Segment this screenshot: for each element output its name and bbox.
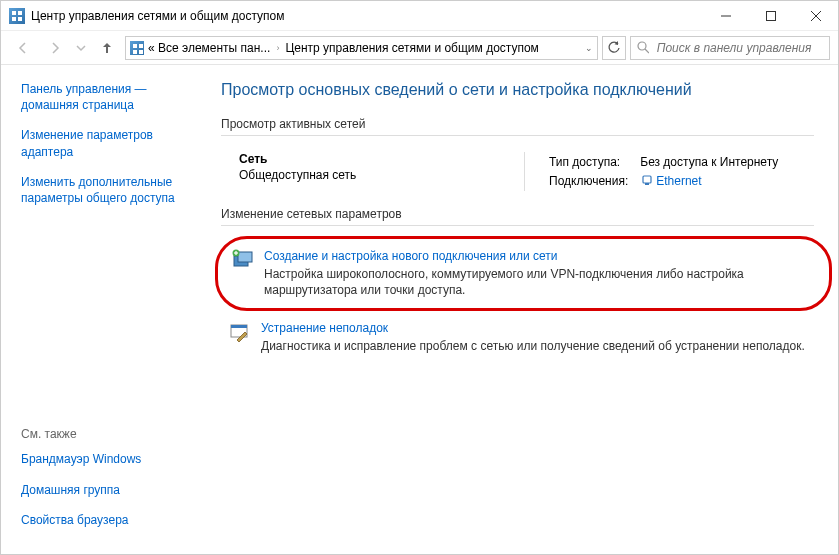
option-desc: Настройка широкополосного, коммутируемог…: [264, 266, 809, 298]
minimize-button[interactable]: [703, 1, 748, 30]
see-also-label: См. также: [21, 427, 193, 441]
titlebar: Центр управления сетями и общим доступом: [1, 1, 838, 31]
svg-rect-7: [645, 183, 649, 185]
highlight-annotation: Создание и настройка нового подключения …: [215, 236, 832, 311]
sidebar-link-sharing[interactable]: Изменить дополнительные параметры общего…: [21, 174, 193, 206]
option-title: Устранение неполадок: [261, 321, 805, 335]
svg-rect-6: [643, 176, 651, 183]
breadcrumb-item[interactable]: « Все элементы пан...: [148, 41, 270, 55]
change-settings-label: Изменение сетевых параметров: [221, 207, 814, 221]
sidebar-link-adapter[interactable]: Изменение параметров адаптера: [21, 127, 193, 159]
sidebar-link-browser[interactable]: Свойства браузера: [21, 512, 193, 528]
svg-rect-9: [238, 252, 252, 262]
network-name: Сеть: [239, 152, 524, 166]
breadcrumb-sep: ›: [276, 43, 279, 53]
address-bar[interactable]: « Все элементы пан... › Центр управления…: [125, 36, 598, 60]
option-title: Создание и настройка нового подключения …: [264, 249, 809, 263]
svg-rect-14: [231, 325, 247, 328]
search-input[interactable]: [655, 40, 823, 56]
breadcrumb-item[interactable]: Центр управления сетями и общим доступом: [285, 41, 539, 55]
network-details: Тип доступа: Без доступа к Интернету Под…: [524, 152, 790, 191]
main-panel: Просмотр основных сведений о сети и наст…: [201, 65, 838, 554]
search-icon: [637, 41, 649, 54]
network-type: Общедоступная сеть: [239, 168, 524, 182]
back-button[interactable]: [9, 35, 37, 61]
chevron-down-icon[interactable]: ⌄: [585, 43, 593, 53]
content: Панель управления — домашняя страница Из…: [1, 65, 838, 554]
network-row: Сеть Общедоступная сеть Тип доступа: Без…: [221, 146, 814, 207]
window-controls: [703, 1, 838, 30]
address-icon: [130, 41, 144, 55]
option-desc: Диагностика и исправление проблем с сеть…: [261, 338, 805, 354]
sidebar-link-homegroup[interactable]: Домашняя группа: [21, 482, 193, 498]
sidebar-link-home[interactable]: Панель управления — домашняя страница: [21, 81, 193, 113]
connections-label: Подключения:: [549, 172, 638, 189]
up-button[interactable]: [93, 35, 121, 61]
connection-name: Ethernet: [656, 174, 701, 188]
search-box[interactable]: [630, 36, 830, 60]
access-type-label: Тип доступа:: [549, 154, 638, 170]
recent-dropdown[interactable]: [73, 35, 89, 61]
sidebar: Панель управления — домашняя страница Из…: [1, 65, 201, 554]
access-type-value: Без доступа к Интернету: [640, 154, 788, 170]
new-connection-icon: [232, 249, 254, 271]
app-icon: [9, 8, 25, 24]
window-title: Центр управления сетями и общим доступом: [31, 9, 285, 23]
option-new-connection[interactable]: Создание и настройка нового подключения …: [224, 243, 811, 304]
sidebar-link-firewall[interactable]: Брандмауэр Windows: [21, 451, 193, 467]
svg-point-4: [638, 42, 646, 50]
active-networks-label: Просмотр активных сетей: [221, 117, 814, 131]
divider: [221, 225, 814, 226]
maximize-button[interactable]: [748, 1, 793, 30]
refresh-button[interactable]: [602, 36, 626, 60]
svg-line-5: [645, 49, 649, 53]
divider: [221, 135, 814, 136]
connection-link[interactable]: Ethernet: [640, 174, 701, 188]
close-button[interactable]: [793, 1, 838, 30]
network-identity: Сеть Общедоступная сеть: [239, 152, 524, 191]
troubleshoot-icon: [229, 321, 251, 343]
option-troubleshoot[interactable]: Устранение неполадок Диагностика и испра…: [221, 315, 814, 360]
page-heading: Просмотр основных сведений о сети и наст…: [221, 81, 814, 99]
ethernet-icon: [640, 173, 654, 187]
svg-rect-1: [766, 11, 775, 20]
forward-button[interactable]: [41, 35, 69, 61]
navbar: « Все элементы пан... › Центр управления…: [1, 31, 838, 65]
